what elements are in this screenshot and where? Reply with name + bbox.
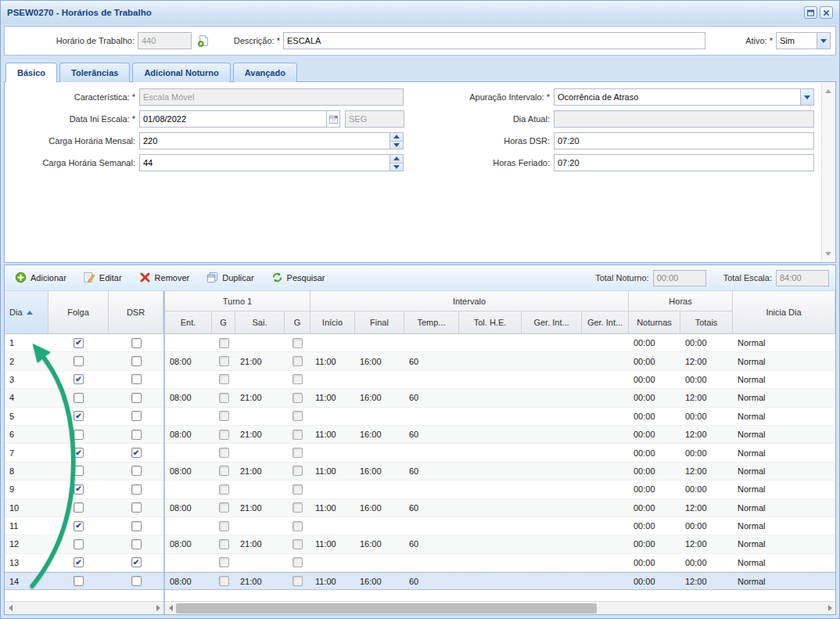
table-row[interactable]: 00:0000:00Normal bbox=[165, 480, 835, 498]
column-header-ger-int[interactable]: Ger. Int... bbox=[582, 311, 629, 333]
table-row[interactable]: 9 bbox=[5, 480, 163, 498]
table-row[interactable]: 00:0000:00Normal bbox=[165, 371, 835, 389]
column-header-g[interactable]: G bbox=[212, 311, 235, 333]
table-row[interactable]: 08:0021:0011:0016:006000:0012:00Normal bbox=[165, 352, 835, 370]
folga-checkbox[interactable] bbox=[74, 448, 84, 458]
column-header-ent[interactable]: Ent. bbox=[165, 311, 212, 333]
table-row[interactable]: 00:0000:00Normal bbox=[165, 334, 835, 352]
column-header-inicio[interactable]: Início bbox=[311, 311, 355, 333]
column-header-dsr[interactable]: DSR bbox=[109, 291, 163, 333]
dsr-checkbox[interactable] bbox=[131, 393, 142, 403]
column-header-totais[interactable]: Totais bbox=[680, 311, 733, 333]
column-header-dia[interactable]: Dia bbox=[5, 291, 48, 333]
folga-checkbox[interactable] bbox=[74, 502, 84, 513]
close-button[interactable] bbox=[820, 6, 833, 19]
table-row[interactable]: 08:0021:0011:0016:006000:0012:00Normal bbox=[165, 499, 835, 517]
table-row[interactable]: 6 bbox=[5, 426, 163, 444]
scroll-right-icon[interactable] bbox=[153, 602, 163, 614]
table-row[interactable]: 08:0021:0011:0016:006000:0012:00Normal bbox=[165, 535, 835, 553]
table-row[interactable]: 2 bbox=[5, 352, 163, 370]
table-row[interactable]: 11 bbox=[5, 517, 163, 535]
table-row[interactable]: 5 bbox=[5, 408, 163, 426]
dsr-checkbox[interactable] bbox=[131, 502, 142, 513]
table-row[interactable]: 00:0000:00Normal bbox=[165, 517, 835, 535]
dsr-checkbox[interactable] bbox=[131, 557, 142, 567]
table-row[interactable]: 08:0021:0011:0016:006000:0012:00Normal bbox=[165, 426, 835, 444]
scrollbar-thumb[interactable] bbox=[176, 603, 597, 614]
carga-semanal-field[interactable] bbox=[139, 154, 404, 171]
duplicar-button[interactable]: Duplicar bbox=[203, 269, 257, 287]
pesquisar-button[interactable]: Pesquisar bbox=[267, 269, 329, 287]
spinner-icon[interactable] bbox=[389, 133, 403, 149]
carga-semanal-input[interactable] bbox=[140, 155, 389, 171]
column-header-ger-int[interactable]: Ger. Int... bbox=[522, 311, 582, 333]
dsr-checkbox[interactable] bbox=[131, 356, 142, 366]
tab-basico[interactable]: Básico bbox=[5, 63, 57, 82]
tab-avancado[interactable]: Avançado bbox=[233, 63, 297, 82]
grid-horizontal-scrollbar[interactable] bbox=[165, 601, 835, 614]
folga-checkbox[interactable] bbox=[74, 557, 84, 567]
dsr-checkbox[interactable] bbox=[131, 484, 142, 495]
dsr-checkbox[interactable] bbox=[131, 521, 142, 531]
dsr-checkbox[interactable] bbox=[131, 338, 142, 348]
dsr-checkbox[interactable] bbox=[131, 411, 142, 421]
column-header-sai[interactable]: Sai. bbox=[235, 311, 285, 333]
column-header-temp[interactable]: Temp... bbox=[404, 311, 459, 333]
table-row[interactable]: 08:0021:0011:0016:006000:0012:00Normal bbox=[165, 572, 835, 590]
table-row[interactable]: 13 bbox=[5, 554, 163, 572]
folga-checkbox[interactable] bbox=[74, 466, 84, 476]
folga-checkbox[interactable] bbox=[74, 374, 84, 384]
dsr-checkbox[interactable] bbox=[131, 448, 142, 458]
carga-mensal-field[interactable] bbox=[139, 132, 404, 149]
horas-feriado-field[interactable] bbox=[554, 154, 814, 171]
table-row[interactable]: 00:0000:00Normal bbox=[165, 554, 835, 572]
table-row[interactable]: 1 bbox=[5, 334, 163, 352]
carga-mensal-input[interactable] bbox=[140, 133, 389, 149]
dsr-checkbox[interactable] bbox=[131, 539, 142, 549]
folga-checkbox[interactable] bbox=[74, 411, 84, 421]
dsr-checkbox[interactable] bbox=[131, 466, 142, 476]
scroll-up-icon[interactable] bbox=[822, 85, 835, 97]
table-row[interactable]: 10 bbox=[5, 499, 163, 517]
column-header-tol-h-e[interactable]: Tol. H.E. bbox=[459, 311, 522, 333]
data-ini-input[interactable] bbox=[140, 111, 326, 127]
scroll-down-icon[interactable] bbox=[822, 247, 835, 260]
dsr-checkbox[interactable] bbox=[131, 430, 142, 440]
scroll-right-icon[interactable] bbox=[824, 602, 835, 614]
table-row[interactable]: 4 bbox=[5, 389, 163, 407]
table-row[interactable]: 00:0000:00Normal bbox=[165, 444, 835, 462]
column-header-inicia-dia[interactable]: Inicia Dia bbox=[733, 291, 835, 333]
column-header-g[interactable]: G bbox=[285, 311, 311, 333]
scroll-left-icon[interactable] bbox=[165, 602, 176, 614]
remover-button[interactable]: Remover bbox=[135, 269, 194, 287]
folga-checkbox[interactable] bbox=[74, 539, 84, 549]
apuracao-intervalo-select[interactable]: Ocorrência de Atraso bbox=[554, 88, 814, 106]
editar-button[interactable]: Editar bbox=[80, 269, 126, 287]
locked-horizontal-scrollbar[interactable] bbox=[5, 601, 163, 614]
descricao-field[interactable] bbox=[283, 32, 705, 49]
table-row[interactable]: 14 bbox=[5, 572, 163, 590]
dsr-checkbox[interactable] bbox=[131, 576, 142, 586]
tab-adicional-noturno[interactable]: Adicional Noturno bbox=[132, 63, 230, 82]
chevron-down-icon[interactable] bbox=[800, 89, 813, 105]
table-row[interactable]: 12 bbox=[5, 535, 163, 553]
chevron-down-icon[interactable] bbox=[817, 33, 830, 49]
ativo-select[interactable]: Sim bbox=[776, 32, 831, 49]
table-row[interactable]: 08:0021:0011:0016:006000:0012:00Normal bbox=[165, 389, 835, 407]
column-header-noturnas[interactable]: Noturnas bbox=[629, 311, 680, 333]
folga-checkbox[interactable] bbox=[74, 576, 84, 586]
folga-checkbox[interactable] bbox=[74, 521, 84, 531]
column-header-folga[interactable]: Folga bbox=[48, 291, 109, 333]
calendar-icon[interactable] bbox=[326, 111, 339, 127]
table-row[interactable]: 8 bbox=[5, 462, 163, 480]
form-vertical-scrollbar[interactable] bbox=[821, 83, 835, 261]
maximize-button[interactable] bbox=[804, 6, 817, 19]
scroll-left-icon[interactable] bbox=[5, 602, 16, 614]
table-row[interactable]: 08:0021:0011:0016:006000:0012:00Normal bbox=[165, 462, 835, 480]
horas-dsr-field[interactable] bbox=[554, 132, 814, 149]
adicionar-button[interactable]: Adicionar bbox=[11, 269, 70, 287]
spinner-icon[interactable] bbox=[389, 155, 403, 171]
data-ini-escala-field[interactable] bbox=[139, 110, 340, 128]
table-row[interactable]: 3 bbox=[5, 371, 163, 389]
new-document-icon[interactable] bbox=[197, 34, 210, 47]
